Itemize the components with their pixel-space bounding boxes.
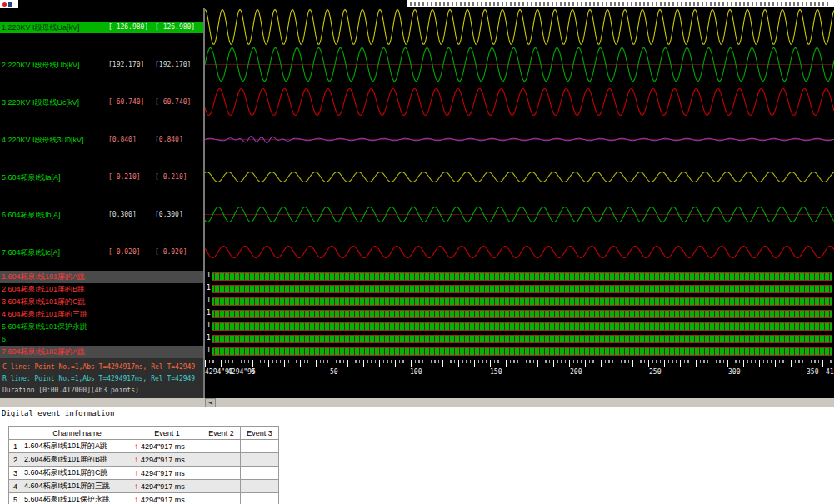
digital-event-table: Channel nameEvent 1Event 2Event 3 11.604…	[8, 426, 279, 504]
event-channel-name: 5.604柘泉I线101保护永跳	[22, 493, 132, 504]
digital-channel-name: 2.604柘泉I线101屏的B跳	[0, 285, 85, 293]
event-rising-edge-icon: ↑	[134, 442, 138, 451]
window-title-bar	[407, 0, 834, 7]
event-rising-edge-icon: ↑	[134, 482, 138, 491]
digital-cursor-value: 1	[207, 347, 211, 354]
event-2-cell	[202, 440, 241, 453]
analog-channel-name: 2.220KV I段母线Ub[kV]	[2, 59, 80, 71]
event-table-header-cell: Event 1	[132, 427, 202, 440]
event-table-row[interactable]: 55.604柘泉I线101保护永跳↑4294"917 ms	[9, 493, 279, 504]
digital-channel-label[interactable]: 6.	[0, 333, 203, 346]
analog-channel-row[interactable]: 7.604柘泉I线Ic[A][-0.020][-0.020]	[0, 247, 203, 258]
record-icon[interactable]	[2, 2, 7, 7]
waveform-display[interactable]	[205, 8, 834, 271]
analog-channel-name: 4.220KV I段母线3U0[kV]	[2, 134, 84, 146]
digital-trace-row: 1	[205, 346, 834, 358]
analog-channel-row[interactable]: 4.220KV I段母线3U0[kV][0.840][0.840]	[0, 134, 203, 146]
digital-channel-label[interactable]: 4.604柘泉I线101屏的三跳	[0, 308, 203, 321]
event-table-row[interactable]: 44.604柘泉I线101屏的三跳↑4294"917 ms	[9, 480, 279, 493]
duration-line: Duration [0:00.412000](463 points)	[2, 385, 203, 397]
axis-tick-label: 150	[490, 368, 502, 376]
event-row-number: 1	[9, 440, 22, 453]
axis-tick-label: 200	[570, 368, 582, 376]
event-table-row[interactable]: 22.604柘泉I线101屏的B跳↑4294"917 ms	[9, 453, 279, 467]
analog-channel-value-2: [0.840]	[155, 134, 183, 146]
event-1-cell: ↑4294"917 ms	[132, 453, 202, 467]
time-axis[interactable]: 4294"914294"9505010015020025030035041	[205, 358, 834, 383]
event-time: 4294"917 ms	[141, 442, 185, 451]
event-time: 4294"917 ms	[141, 456, 185, 464]
event-2-cell	[202, 453, 241, 467]
event-row-number: 4	[9, 480, 22, 493]
event-panel-title: Digital event information	[2, 409, 114, 417]
axis-tick-label: 350	[807, 368, 818, 376]
digital-trace-row: 1	[205, 321, 834, 333]
analog-channel-value-1: [-0.210]	[108, 172, 141, 183]
event-channel-name: 3.604柘泉I线101屏的C跳	[22, 467, 132, 480]
analog-channel-value-1: [-60.740]	[108, 97, 144, 108]
event-row-number: 2	[9, 453, 22, 467]
analog-channel-value-2: [-0.210]	[155, 172, 187, 183]
event-row-number: 3	[9, 467, 22, 480]
analog-channel-row[interactable]: 1.220KV I段母线Ua[kV][-126.980][-126.980]	[0, 22, 203, 33]
analog-channel-name: 3.220KV I段母线Uc[kV]	[2, 97, 79, 108]
event-table-row[interactable]: 11.604柘泉I线101屏的A跳↑4294"917 ms	[9, 440, 279, 453]
analog-channel-row[interactable]: 5.604柘泉I线Ia[A][-0.210][-0.210]	[0, 172, 203, 183]
analog-channel-value-1: [192.170]	[108, 59, 144, 71]
event-table-header-cell: Channel name	[22, 427, 132, 440]
fault-wave-analyzer-window: 1.220KV I段母线Ua[kV][-126.980][-126.980]2.…	[0, 0, 834, 504]
event-row-number: 5	[9, 493, 22, 504]
event-time: 4294"917 ms	[141, 469, 185, 477]
axis-tick-label: 250	[649, 368, 661, 376]
analog-channel-name: 1.220KV I段母线Ua[kV]	[2, 22, 80, 33]
digital-trace-bar	[212, 347, 832, 356]
digital-channel-label[interactable]: 7.604柘泉I线102屏的A跳	[0, 346, 203, 358]
digital-trace-row: 1	[205, 333, 834, 346]
event-2-cell	[202, 493, 241, 504]
scroll-left-button[interactable]: ◀	[205, 398, 216, 407]
event-channel-name: 1.604柘泉I线101屏的A跳	[22, 440, 132, 453]
event-channel-name: 4.604柘泉I线101屏的三跳	[22, 480, 132, 493]
event-table-row[interactable]: 33.604柘泉I线101屏的C跳↑4294"917 ms	[9, 467, 279, 480]
digital-channel-label[interactable]: 2.604柘泉I线101屏的B跳	[0, 283, 203, 296]
analog-channel-name: 7.604柘泉I线Ic[A]	[2, 247, 60, 258]
analog-channel-row[interactable]: 3.220KV I段母线Uc[kV][-60.740][-60.740]	[0, 97, 203, 108]
analog-channel-value-1: [0.300]	[108, 209, 137, 221]
digital-trace-row: 1	[205, 308, 834, 321]
event-3-cell	[241, 493, 279, 504]
event-time: 4294"917 ms	[141, 496, 185, 504]
analog-channel-row[interactable]: 2.220KV I段母线Ub[kV][192.170][192.170]	[0, 59, 203, 71]
event-panel: Digital event information Channel nameEv…	[0, 407, 834, 504]
event-table-header-cell: Event 3	[241, 427, 279, 440]
analog-channel-name: 6.604柘泉I线Ib[A]	[2, 209, 61, 221]
analog-channel-row[interactable]: 6.604柘泉I线Ib[A][0.300][0.300]	[0, 209, 203, 221]
digital-trace-display[interactable]: 1111111	[205, 271, 834, 358]
event-3-cell	[241, 467, 279, 480]
analog-channel-value-1: [-0.020]	[108, 247, 141, 258]
app-icon[interactable]	[8, 2, 12, 7]
event-3-cell	[241, 453, 279, 467]
digital-channel-label[interactable]: 5.604柘泉I线101保护永跳	[0, 321, 203, 333]
event-rising-edge-icon: ↑	[134, 468, 138, 477]
digital-channel-label[interactable]: 1.604柘泉I线101屏的A跳	[0, 271, 203, 283]
window-title-text	[410, 2, 831, 6]
event-channel-name: 2.604柘泉I线101屏的B跳	[22, 453, 132, 467]
digital-channel-name: 7.604柘泉I线102屏的A跳	[0, 347, 85, 356]
digital-channel-label[interactable]: 3.604柘泉I线101屏的C跳	[0, 296, 203, 308]
event-3-cell	[241, 480, 279, 493]
digital-cursor-value: 1	[207, 334, 211, 342]
event-table-header-row: Channel nameEvent 1Event 2Event 3	[9, 427, 279, 440]
analog-channel-name: 5.604柘泉I线Ia[A]	[2, 172, 61, 183]
axis-tick-label: 300	[728, 368, 740, 376]
event-rising-edge-icon: ↑	[134, 455, 138, 464]
horizontal-scrollbar[interactable]: ◀	[0, 398, 834, 407]
waveform-canvas[interactable]	[205, 8, 834, 271]
digital-trace-bar	[212, 335, 832, 343]
analog-channel-value-1: [0.840]	[108, 134, 137, 146]
digital-trace-bar	[212, 285, 832, 293]
event-time: 4294"917 ms	[141, 482, 185, 491]
digital-channel-name: 4.604柘泉I线101屏的三跳	[0, 310, 87, 318]
digital-trace-bar	[212, 322, 832, 331]
digital-trace-row: 1	[205, 283, 834, 296]
axis-tick-label: 50	[330, 368, 338, 376]
